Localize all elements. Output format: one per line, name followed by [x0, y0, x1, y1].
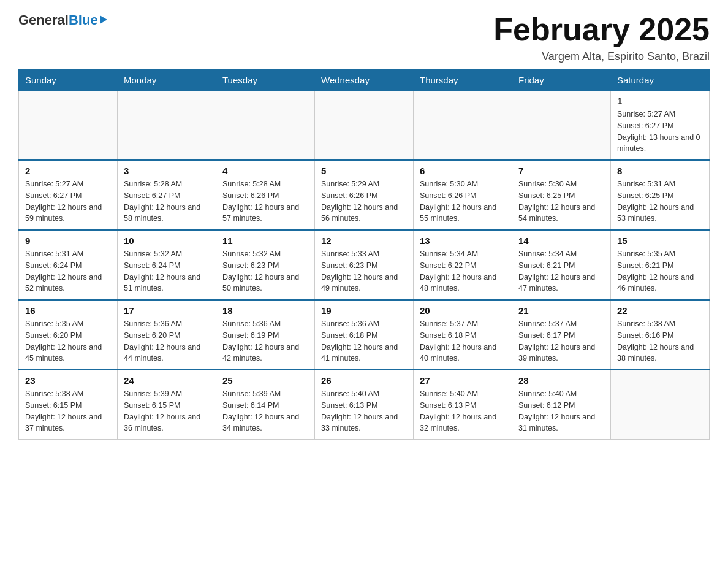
day-info: Sunrise: 5:40 AMSunset: 6:13 PMDaylight:…	[321, 388, 407, 434]
day-number: 20	[420, 305, 506, 316]
calendar-cell	[216, 91, 315, 161]
day-info: Sunrise: 5:37 AMSunset: 6:18 PMDaylight:…	[420, 318, 506, 364]
calendar-cell: 25Sunrise: 5:39 AMSunset: 6:14 PMDayligh…	[216, 370, 315, 440]
day-number: 27	[420, 375, 506, 386]
calendar-cell: 17Sunrise: 5:36 AMSunset: 6:20 PMDayligh…	[118, 300, 216, 370]
day-info: Sunrise: 5:35 AMSunset: 6:21 PMDaylight:…	[617, 248, 703, 294]
calendar-cell: 11Sunrise: 5:32 AMSunset: 6:23 PMDayligh…	[216, 230, 315, 300]
day-number: 3	[124, 166, 210, 176]
day-info: Sunrise: 5:32 AMSunset: 6:23 PMDaylight:…	[222, 248, 308, 294]
calendar-cell: 8Sunrise: 5:31 AMSunset: 6:25 PMDaylight…	[611, 160, 710, 230]
day-number: 12	[321, 236, 407, 246]
calendar-week-row: 23Sunrise: 5:38 AMSunset: 6:15 PMDayligh…	[19, 370, 710, 440]
calendar-cell	[315, 91, 414, 161]
day-number: 28	[518, 375, 604, 386]
day-info: Sunrise: 5:29 AMSunset: 6:26 PMDaylight:…	[321, 178, 407, 224]
calendar-cell: 22Sunrise: 5:38 AMSunset: 6:16 PMDayligh…	[611, 300, 710, 370]
day-number: 11	[222, 236, 308, 246]
calendar-cell	[19, 91, 118, 161]
day-info: Sunrise: 5:39 AMSunset: 6:14 PMDaylight:…	[222, 388, 308, 434]
calendar-cell: 14Sunrise: 5:34 AMSunset: 6:21 PMDayligh…	[512, 230, 611, 300]
calendar-cell: 15Sunrise: 5:35 AMSunset: 6:21 PMDayligh…	[611, 230, 710, 300]
calendar-cell: 10Sunrise: 5:32 AMSunset: 6:24 PMDayligh…	[118, 230, 216, 300]
calendar-cell	[414, 91, 512, 161]
calendar-cell: 21Sunrise: 5:37 AMSunset: 6:17 PMDayligh…	[512, 300, 611, 370]
calendar-cell: 27Sunrise: 5:40 AMSunset: 6:13 PMDayligh…	[414, 370, 512, 440]
day-number: 4	[222, 166, 308, 176]
calendar-header-row: SundayMondayTuesdayWednesdayThursdayFrid…	[19, 70, 710, 91]
calendar-cell: 16Sunrise: 5:35 AMSunset: 6:20 PMDayligh…	[19, 300, 118, 370]
calendar-cell: 13Sunrise: 5:34 AMSunset: 6:22 PMDayligh…	[414, 230, 512, 300]
calendar-cell: 20Sunrise: 5:37 AMSunset: 6:18 PMDayligh…	[414, 300, 512, 370]
day-info: Sunrise: 5:28 AMSunset: 6:26 PMDaylight:…	[222, 178, 308, 224]
day-info: Sunrise: 5:30 AMSunset: 6:25 PMDaylight:…	[518, 178, 604, 224]
calendar-cell: 3Sunrise: 5:28 AMSunset: 6:27 PMDaylight…	[118, 160, 216, 230]
day-number: 9	[25, 236, 111, 246]
day-number: 5	[321, 166, 407, 176]
day-number: 2	[25, 166, 111, 176]
day-info: Sunrise: 5:27 AMSunset: 6:27 PMDaylight:…	[25, 178, 111, 224]
calendar-header-wednesday: Wednesday	[315, 70, 414, 91]
calendar-cell: 19Sunrise: 5:36 AMSunset: 6:18 PMDayligh…	[315, 300, 414, 370]
calendar-cell	[118, 91, 216, 161]
day-number: 14	[518, 236, 604, 246]
day-number: 23	[25, 375, 111, 386]
calendar-cell	[611, 370, 710, 440]
calendar-cell: 6Sunrise: 5:30 AMSunset: 6:26 PMDaylight…	[414, 160, 512, 230]
day-info: Sunrise: 5:36 AMSunset: 6:20 PMDaylight:…	[124, 318, 210, 364]
calendar-cell: 1Sunrise: 5:27 AMSunset: 6:27 PMDaylight…	[611, 91, 710, 161]
day-info: Sunrise: 5:38 AMSunset: 6:15 PMDaylight:…	[25, 388, 111, 434]
day-info: Sunrise: 5:28 AMSunset: 6:27 PMDaylight:…	[124, 178, 210, 224]
day-number: 1	[617, 96, 703, 106]
day-info: Sunrise: 5:31 AMSunset: 6:24 PMDaylight:…	[25, 248, 111, 294]
calendar-cell: 7Sunrise: 5:30 AMSunset: 6:25 PMDaylight…	[512, 160, 611, 230]
day-number: 16	[25, 305, 111, 316]
logo: General Blue	[18, 12, 107, 28]
day-info: Sunrise: 5:32 AMSunset: 6:24 PMDaylight:…	[124, 248, 210, 294]
day-info: Sunrise: 5:37 AMSunset: 6:17 PMDaylight:…	[518, 318, 604, 364]
day-number: 17	[124, 305, 210, 316]
day-number: 10	[124, 236, 210, 246]
calendar-header-saturday: Saturday	[611, 70, 710, 91]
calendar-cell: 28Sunrise: 5:40 AMSunset: 6:12 PMDayligh…	[512, 370, 611, 440]
location: Vargem Alta, Espirito Santo, Brazil	[493, 50, 710, 63]
calendar-header-friday: Friday	[512, 70, 611, 91]
day-info: Sunrise: 5:34 AMSunset: 6:22 PMDaylight:…	[420, 248, 506, 294]
day-number: 26	[321, 375, 407, 386]
calendar-cell: 2Sunrise: 5:27 AMSunset: 6:27 PMDaylight…	[19, 160, 118, 230]
calendar-cell	[512, 91, 611, 161]
day-number: 13	[420, 236, 506, 246]
day-info: Sunrise: 5:40 AMSunset: 6:12 PMDaylight:…	[518, 388, 604, 434]
calendar-cell: 18Sunrise: 5:36 AMSunset: 6:19 PMDayligh…	[216, 300, 315, 370]
day-number: 24	[124, 375, 210, 386]
day-info: Sunrise: 5:30 AMSunset: 6:26 PMDaylight:…	[420, 178, 506, 224]
day-number: 19	[321, 305, 407, 316]
logo-arrow-icon	[100, 15, 107, 24]
calendar-week-row: 9Sunrise: 5:31 AMSunset: 6:24 PMDaylight…	[19, 230, 710, 300]
calendar-header-tuesday: Tuesday	[216, 70, 315, 91]
day-info: Sunrise: 5:36 AMSunset: 6:18 PMDaylight:…	[321, 318, 407, 364]
day-number: 6	[420, 166, 506, 176]
calendar-header-monday: Monday	[118, 70, 216, 91]
day-info: Sunrise: 5:31 AMSunset: 6:25 PMDaylight:…	[617, 178, 703, 224]
day-info: Sunrise: 5:27 AMSunset: 6:27 PMDaylight:…	[617, 109, 703, 155]
calendar-cell: 23Sunrise: 5:38 AMSunset: 6:15 PMDayligh…	[19, 370, 118, 440]
calendar-week-row: 2Sunrise: 5:27 AMSunset: 6:27 PMDaylight…	[19, 160, 710, 230]
day-info: Sunrise: 5:36 AMSunset: 6:19 PMDaylight:…	[222, 318, 308, 364]
day-number: 8	[617, 166, 703, 176]
day-number: 7	[518, 166, 604, 176]
day-info: Sunrise: 5:34 AMSunset: 6:21 PMDaylight:…	[518, 248, 604, 294]
day-number: 25	[222, 375, 308, 386]
calendar-cell: 4Sunrise: 5:28 AMSunset: 6:26 PMDaylight…	[216, 160, 315, 230]
day-number: 18	[222, 305, 308, 316]
page-header: General Blue February 2025 Vargem Alta, …	[18, 12, 710, 63]
day-info: Sunrise: 5:35 AMSunset: 6:20 PMDaylight:…	[25, 318, 111, 364]
day-info: Sunrise: 5:40 AMSunset: 6:13 PMDaylight:…	[420, 388, 506, 434]
calendar-table: SundayMondayTuesdayWednesdayThursdayFrid…	[18, 69, 710, 440]
calendar-header-sunday: Sunday	[19, 70, 118, 91]
logo-blue-text: Blue	[69, 12, 98, 28]
day-number: 22	[617, 305, 703, 316]
calendar-week-row: 16Sunrise: 5:35 AMSunset: 6:20 PMDayligh…	[19, 300, 710, 370]
calendar-cell: 5Sunrise: 5:29 AMSunset: 6:26 PMDaylight…	[315, 160, 414, 230]
calendar-cell: 12Sunrise: 5:33 AMSunset: 6:23 PMDayligh…	[315, 230, 414, 300]
